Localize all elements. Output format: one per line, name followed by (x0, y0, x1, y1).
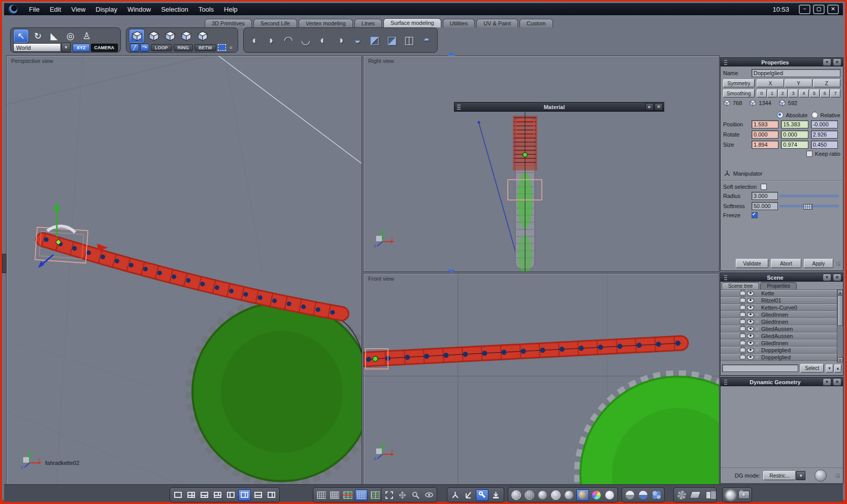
scene-close-icon[interactable]: ✕ (833, 274, 841, 281)
flat-shading-icon[interactable] (563, 490, 575, 500)
name-input[interactable] (752, 69, 840, 77)
expander-icon[interactable]: ▶ (756, 326, 761, 331)
grid-object-icon[interactable] (329, 490, 340, 500)
ring-select-button[interactable]: RING (174, 44, 193, 51)
drop-manipulator-icon[interactable] (490, 490, 502, 500)
layout-left-split-icon[interactable] (225, 490, 237, 500)
close-button[interactable]: ✕ (827, 5, 839, 14)
grid-plane-icon[interactable] (315, 490, 327, 500)
rotate-z-field[interactable]: 2.926 (811, 130, 838, 139)
apply-button[interactable]: Apply (804, 259, 833, 268)
smoothed-res-icon[interactable] (637, 490, 649, 500)
menu-display[interactable]: Display (90, 5, 122, 14)
expander-icon[interactable]: ▶ (756, 341, 761, 345)
curve-select-icon[interactable]: ↷ (140, 44, 149, 52)
lock-icon[interactable] (740, 348, 745, 352)
layout-single-icon[interactable] (172, 490, 184, 500)
scene-next-icon[interactable]: ▲ (834, 364, 841, 373)
dg-panel-header[interactable]: Dynamic Geometry ▼ ✕ (721, 378, 843, 386)
eye-icon[interactable] (747, 291, 754, 296)
menu-file[interactable]: File (24, 5, 45, 14)
tab-3d-primitives[interactable]: 3D Primitives (205, 19, 252, 27)
grid-visible-icon[interactable] (355, 489, 368, 501)
layout-bottom-split-icon[interactable] (199, 490, 210, 500)
size-x-field[interactable]: 1.894 (752, 141, 778, 149)
lock-icon[interactable] (740, 291, 745, 295)
expander-icon[interactable]: ▶ (756, 319, 761, 324)
element-mode-icon[interactable] (195, 29, 210, 43)
surface-tool-wrap-icon[interactable]: ◓ (419, 32, 435, 48)
smoothing-4-button[interactable]: 4 (799, 89, 809, 97)
lock-icon[interactable] (740, 298, 745, 303)
menu-view[interactable]: View (66, 5, 90, 14)
tab-uv-paint[interactable]: UV & Paint (476, 19, 518, 27)
splitter-collapse-mid-icon[interactable] (448, 270, 455, 274)
hidden-line-shading-icon[interactable] (524, 490, 535, 500)
tree-row[interactable]: Kette (721, 290, 843, 297)
surface-tool-stairs-icon[interactable]: ◫ (402, 32, 417, 48)
object-mode-icon[interactable] (129, 29, 145, 43)
position-z-field[interactable]: -0.000 (811, 120, 838, 128)
surface-tool-thickness-icon[interactable]: ◩ (367, 32, 383, 48)
eye-icon[interactable] (747, 333, 754, 339)
layout-right-split-icon[interactable] (238, 489, 251, 501)
lock-icon[interactable] (740, 326, 745, 331)
axes-manipulator-icon[interactable] (463, 490, 474, 500)
coordinate-space-select[interactable]: World (13, 43, 61, 52)
abort-button[interactable]: Abort (771, 259, 801, 268)
dg-menu-icon[interactable]: ▼ (823, 378, 831, 386)
properties-resize-grip[interactable] (836, 261, 840, 266)
scene-menu-icon[interactable]: ▼ (823, 274, 831, 281)
tab-surface-modeling[interactable]: Surface modeling (383, 18, 441, 27)
expander-icon[interactable]: ▶ (756, 333, 761, 338)
rotate-y-field[interactable]: 0.000 (781, 130, 808, 139)
universal-manipulator-icon[interactable] (476, 489, 488, 501)
xyz-mode-button[interactable]: XYZ (73, 44, 90, 52)
properties-panel-header[interactable]: Properties ▼ ✕ (721, 58, 843, 66)
lock-icon[interactable] (740, 341, 745, 345)
smoothing-3-button[interactable]: 3 (788, 89, 798, 97)
perspective-viewport[interactable]: Perspective view (6, 55, 362, 485)
dg-mode-dropdown-icon[interactable]: ▼ (796, 471, 805, 480)
eye-icon[interactable] (747, 341, 754, 346)
keep-ratio-checkbox[interactable] (806, 151, 812, 157)
expander-icon[interactable]: ▶ (756, 348, 761, 352)
splitter-collapse-top-icon[interactable] (448, 52, 455, 56)
menu-help[interactable]: Help (219, 5, 243, 14)
scene-filter-input[interactable] (722, 364, 798, 372)
front-viewport[interactable]: Front view (363, 273, 720, 485)
scroll-thumb[interactable] (837, 295, 843, 326)
right-viewport[interactable]: Right view Material ▸ ✕ (363, 55, 720, 272)
camera-mode-button[interactable]: CAMERA (91, 44, 118, 52)
eye-icon[interactable] (747, 348, 754, 353)
scene-tree-scrollbar[interactable]: ▲ ▼ (837, 290, 843, 362)
eye-icon[interactable] (747, 326, 754, 331)
material-preview-icon[interactable] (591, 490, 602, 500)
textured-shading-icon[interactable] (576, 489, 589, 501)
eye-icon[interactable] (747, 319, 754, 324)
cone-snap-tool-icon[interactable]: ◣ (47, 29, 61, 43)
smoothing-6-button[interactable]: 6 (820, 89, 830, 97)
maximize-button[interactable]: ▢ (813, 5, 825, 14)
position-y-field[interactable]: 15.383 (781, 120, 808, 128)
wire-on-shaded-icon[interactable] (550, 490, 562, 500)
tab-custom[interactable]: Custom (519, 19, 553, 27)
dual-view-icon[interactable] (702, 490, 714, 500)
surface-tool-shield-icon[interactable]: ◒ (350, 32, 366, 48)
vertex-mode-icon[interactable] (179, 29, 193, 43)
tab-second-life[interactable]: Second Life (253, 19, 297, 27)
tree-row[interactable]: ▶GliedAussen (721, 332, 843, 340)
soft-selection-checkbox[interactable] (761, 184, 767, 190)
properties-close-icon[interactable]: ✕ (833, 58, 841, 66)
rotate-tool-icon[interactable]: ↻ (30, 29, 45, 43)
position-x-field[interactable]: 1.593 (752, 120, 778, 128)
symmetry-y-button[interactable]: Y (785, 79, 812, 87)
tree-row[interactable]: ▶GliedInnen (721, 318, 843, 325)
lock-icon[interactable] (740, 355, 745, 359)
layout-quad-icon[interactable] (185, 490, 197, 500)
scene-panel-header[interactable]: Scene ▼ ✕ (721, 273, 843, 282)
tree-row[interactable]: ▶GliedInnen (721, 311, 843, 318)
smoothing-0-button[interactable]: 0 (757, 89, 767, 97)
dg-preview-sphere-icon[interactable] (815, 469, 827, 482)
menu-window[interactable]: Window (122, 5, 156, 14)
